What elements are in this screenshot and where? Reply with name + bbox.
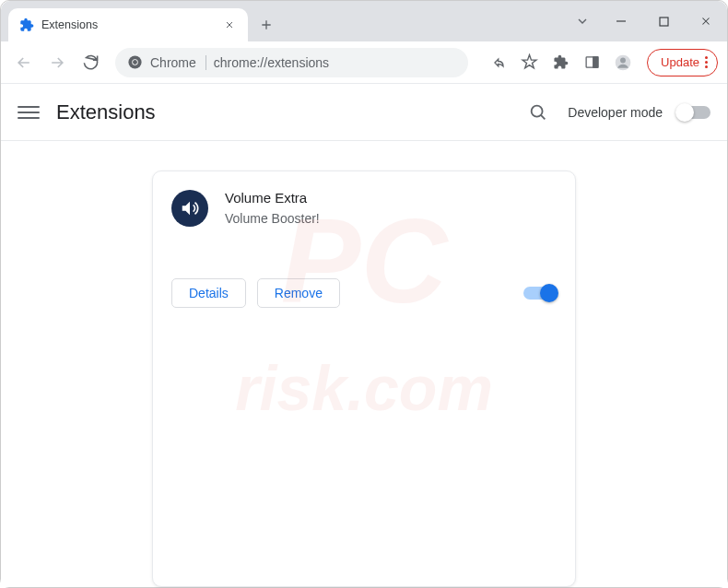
extension-toggle[interactable] <box>523 287 557 300</box>
profile-icon[interactable] <box>608 48 638 77</box>
address-prefix: Chrome <box>150 55 206 70</box>
browser-window: Extensions <box>0 0 728 588</box>
chevron-down-icon[interactable] <box>565 6 600 36</box>
svg-line-11 <box>541 114 545 118</box>
tab-title: Extensions <box>41 18 215 31</box>
minimize-button[interactable] <box>600 6 642 36</box>
svg-point-4 <box>133 60 137 65</box>
bookmark-icon[interactable] <box>514 48 544 77</box>
menu-dots-icon <box>705 56 708 68</box>
share-icon[interactable] <box>483 48 512 77</box>
svg-rect-7 <box>593 57 597 67</box>
window-controls <box>565 1 727 41</box>
svg-rect-1 <box>660 18 668 26</box>
hamburger-icon[interactable] <box>18 101 40 123</box>
speaker-icon <box>171 190 208 227</box>
extension-description: Volume Booster! <box>225 211 557 226</box>
details-button[interactable]: Details <box>171 278 246 308</box>
page-header: Extensions Developer mode <box>1 84 727 141</box>
browser-tab[interactable]: Extensions <box>8 8 248 41</box>
sidepanel-icon[interactable] <box>577 48 606 77</box>
toolbar-icons <box>483 48 638 77</box>
extensions-icon[interactable] <box>546 48 575 77</box>
close-window-button[interactable] <box>685 6 727 36</box>
toolbar: Chrome chrome://extensions Update <box>1 41 727 84</box>
developer-mode-label: Developer mode <box>568 105 663 120</box>
address-url: chrome://extensions <box>214 55 329 70</box>
extension-card: Volume Extra Volume Booster! Details Rem… <box>152 171 576 587</box>
update-label: Update <box>661 55 699 69</box>
svg-point-9 <box>620 57 626 63</box>
close-tab-icon[interactable] <box>222 18 237 32</box>
chrome-icon <box>126 54 143 71</box>
new-tab-button[interactable] <box>253 12 279 38</box>
content-area: Volume Extra Volume Booster! Details Rem… <box>1 141 727 587</box>
address-bar[interactable]: Chrome chrome://extensions <box>115 48 468 77</box>
maximize-button[interactable] <box>642 6 685 36</box>
extension-name: Volume Extra <box>225 190 557 206</box>
titlebar: Extensions <box>1 1 727 41</box>
back-button[interactable] <box>10 49 38 76</box>
developer-mode-toggle[interactable] <box>677 106 710 119</box>
remove-button[interactable]: Remove <box>257 278 340 308</box>
update-button[interactable]: Update <box>647 49 718 76</box>
svg-point-10 <box>532 105 543 116</box>
puzzle-icon <box>19 18 34 32</box>
page-title: Extensions <box>56 100 156 124</box>
search-icon[interactable] <box>523 98 553 127</box>
reload-button[interactable] <box>76 49 104 76</box>
forward-button[interactable] <box>43 49 71 76</box>
